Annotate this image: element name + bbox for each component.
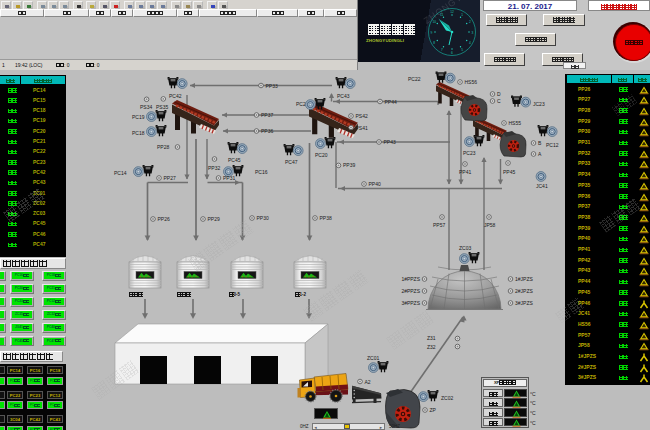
svg-text:ZC02: ZC02 (441, 395, 453, 401)
svg-text:PS42: PS42 (356, 113, 368, 119)
svg-text:4: 4 (469, 41, 471, 45)
svg-text:PP41: PP41 (459, 169, 471, 175)
svg-text:C: C (497, 98, 501, 104)
svg-text:PS41: PS41 (356, 125, 368, 131)
svg-text:JC41: JC41 (536, 183, 548, 189)
svg-text:1#JPZS: 1#JPZS (515, 276, 533, 282)
svg-text:D: D (497, 91, 501, 97)
svg-text:HS55: HS55 (509, 120, 522, 126)
svg-text:PS34: PS34 (140, 104, 152, 110)
svg-text:2#JPZS: 2#JPZS (515, 288, 533, 294)
svg-text:ZC03: ZC03 (459, 245, 471, 251)
svg-text:PC43: PC43 (337, 93, 350, 99)
svg-text:PC12: PC12 (546, 142, 559, 148)
svg-text:PP44: PP44 (385, 99, 397, 105)
svg-text:PC19: PC19 (132, 114, 145, 120)
svg-text:A: A (538, 151, 542, 157)
svg-text:PC16: PC16 (255, 169, 268, 175)
svg-text:JP58: JP58 (484, 222, 496, 228)
svg-text:PC47: PC47 (285, 159, 298, 165)
svg-text:Z32: Z32 (427, 344, 436, 350)
svg-text:3#JPZS: 3#JPZS (515, 300, 533, 306)
svg-text:PC18: PC18 (132, 130, 145, 136)
svg-text:PP39: PP39 (343, 162, 355, 168)
svg-text:PP33: PP33 (266, 83, 278, 89)
svg-text:PC14: PC14 (114, 170, 127, 176)
svg-text:HS56: HS56 (465, 79, 478, 85)
svg-text:1#PPZS: 1#PPZS (401, 276, 420, 282)
svg-text:12: 12 (450, 10, 454, 14)
svg-text:PC42: PC42 (169, 93, 182, 99)
svg-text:1: 1 (461, 13, 463, 17)
svg-text:JC23: JC23 (533, 101, 545, 107)
svg-text:PP31: PP31 (223, 175, 235, 181)
svg-text:PP38: PP38 (320, 215, 332, 221)
svg-text:2#PPZS: 2#PPZS (401, 288, 420, 294)
svg-text:2: 2 (469, 20, 471, 24)
svg-text:PP43: PP43 (384, 139, 396, 145)
svg-text:PC22: PC22 (408, 76, 421, 82)
svg-text:7: 7 (441, 48, 443, 52)
svg-text:PP40: PP40 (369, 181, 381, 187)
svg-text:PP26: PP26 (158, 216, 170, 222)
svg-text:PS35: PS35 (156, 104, 168, 110)
svg-text:PC45: PC45 (228, 157, 241, 163)
svg-text:ZC01: ZC01 (367, 355, 379, 361)
svg-text:B: B (538, 140, 542, 146)
svg-text:8: 8 (433, 41, 435, 45)
svg-text:PC23: PC23 (463, 150, 476, 156)
svg-text:PP37: PP37 (261, 112, 273, 118)
svg-text:A2: A2 (365, 379, 371, 385)
svg-text:PP30: PP30 (257, 215, 269, 221)
svg-text:9: 9 (431, 31, 433, 35)
svg-text:3: 3 (472, 31, 474, 35)
svg-text:ZP: ZP (430, 407, 437, 413)
svg-text:5: 5 (461, 48, 463, 52)
svg-text:PC20: PC20 (315, 152, 328, 158)
svg-text:6: 6 (451, 51, 453, 55)
svg-text:PP29: PP29 (208, 216, 220, 222)
svg-text:PP32: PP32 (208, 165, 220, 171)
svg-text:PP28: PP28 (157, 144, 169, 150)
svg-text:Z31: Z31 (427, 335, 436, 341)
svg-text:PP36: PP36 (261, 128, 273, 134)
svg-text:PP27: PP27 (164, 175, 176, 181)
svg-text:3#PPZS: 3#PPZS (401, 300, 420, 306)
svg-text:PP45: PP45 (503, 169, 515, 175)
svg-text:PP57: PP57 (433, 222, 445, 228)
